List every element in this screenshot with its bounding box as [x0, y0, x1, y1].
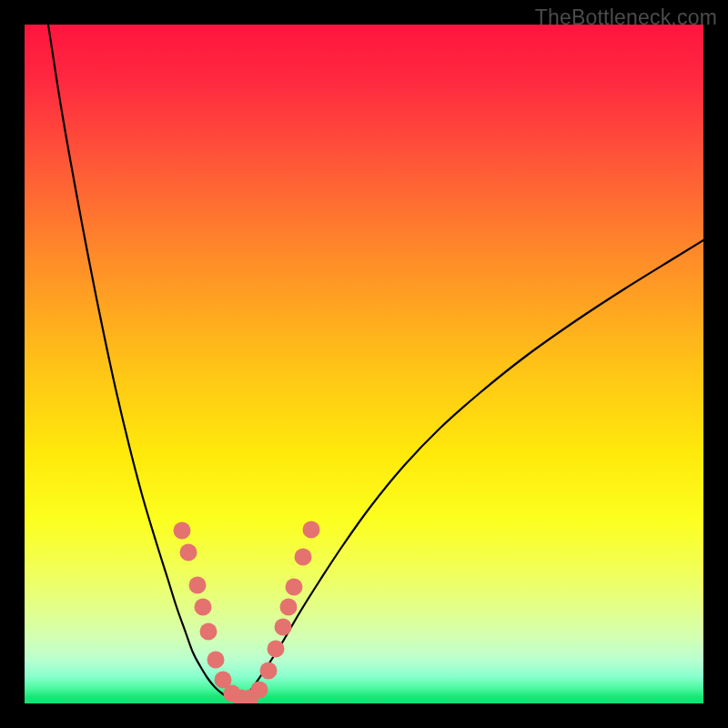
- marker-dot: [275, 619, 292, 636]
- plot-svg: [25, 25, 703, 703]
- marker-dot: [268, 641, 285, 658]
- marker-dot: [207, 652, 225, 669]
- marker-dot: [295, 549, 312, 566]
- marker-dot: [189, 577, 207, 594]
- marker-dot: [195, 599, 212, 616]
- marker-dot: [280, 599, 298, 616]
- marker-dot: [200, 623, 217, 641]
- marker-dot: [260, 662, 278, 680]
- marker-dot: [303, 521, 320, 539]
- gradient-background: [25, 25, 703, 703]
- marker-dot: [251, 682, 268, 699]
- marker-dot: [286, 579, 303, 596]
- plot-frame: [25, 25, 703, 703]
- watermark-text: TheBottleneck.com: [535, 5, 717, 30]
- marker-dot: [180, 544, 197, 561]
- marker-dot: [174, 522, 191, 540]
